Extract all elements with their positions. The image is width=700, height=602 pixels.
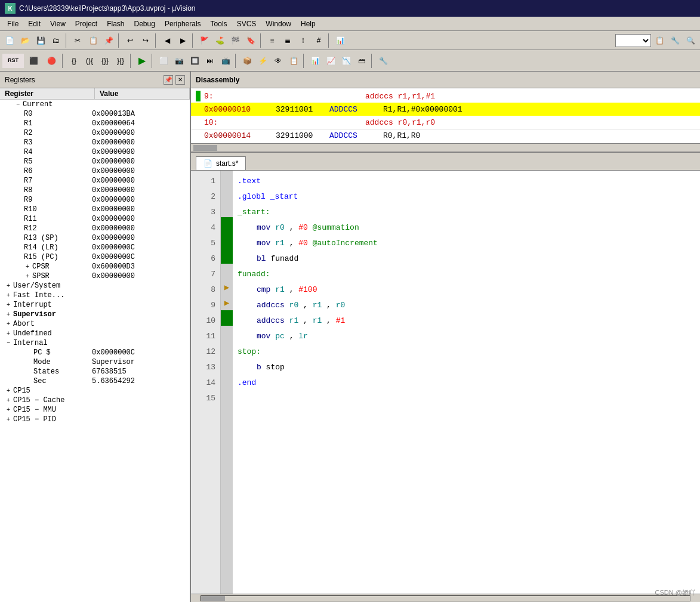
reg-group-user[interactable]: + User/System	[0, 281, 190, 291]
disasm-horizontal-scrollbar[interactable]	[191, 143, 700, 152]
reg-row-pc-dollar[interactable]: PC $ 0x0000000C	[0, 348, 190, 357]
menu-svcs[interactable]: SVCS	[232, 18, 261, 29]
tool3-button[interactable]: 📉	[339, 54, 353, 68]
scroll-thumb[interactable]	[201, 596, 225, 601]
reg-row-r3[interactable]: R3 0x00000000	[0, 138, 190, 147]
break2-button[interactable]: 🏁	[228, 33, 242, 48]
insert-break-button[interactable]: 🚩	[197, 33, 211, 48]
io-button[interactable]: ⚡	[255, 54, 270, 68]
braces2-button[interactable]: (){	[82, 54, 97, 68]
open-button[interactable]: 📂	[18, 33, 32, 48]
menu-peripherals[interactable]: Peripherals	[160, 18, 206, 29]
reg-row-r2[interactable]: R2 0x00000000	[0, 128, 190, 138]
reg-row-cpsr[interactable]: + CPSR 0x600000D3	[0, 262, 190, 271]
reg-row-r15[interactable]: R15 (PC) 0x0000000C	[0, 252, 190, 262]
reg-row-r9[interactable]: R9 0x00000000	[0, 195, 190, 205]
cut-button[interactable]: ✂	[70, 33, 85, 48]
menu-edit[interactable]: Edit	[23, 18, 45, 29]
undo-button[interactable]: ↩	[123, 33, 137, 48]
toolbar-combo[interactable]	[615, 34, 651, 47]
mem-button[interactable]: 📦	[240, 54, 254, 68]
reg-group-cp15-mmu[interactable]: + CP15 − MMU	[0, 405, 190, 415]
reg-row-r8[interactable]: R8 0x00000000	[0, 186, 190, 195]
menu-view[interactable]: View	[45, 18, 70, 29]
reg-row-states[interactable]: States 67638515	[0, 367, 190, 376]
reg-row-r11[interactable]: R11 0x00000000	[0, 214, 190, 224]
code-tab-starts[interactable]: 📄 start.s*	[196, 156, 246, 170]
reg-row-r7[interactable]: R7 0x00000000	[0, 176, 190, 186]
reg-group-irq[interactable]: + Interrupt	[0, 300, 190, 310]
reg-row-spsr[interactable]: + SPSR 0x00000000	[0, 271, 190, 281]
reg-group-internal[interactable]: − Internal	[0, 338, 190, 348]
tb-btn1[interactable]: 📋	[652, 33, 667, 48]
reg-group-fiq[interactable]: + Fast Inte...	[0, 291, 190, 300]
reg-row-r0[interactable]: R0 0x000013BA	[0, 109, 190, 119]
copy-button[interactable]: 📋	[86, 33, 100, 48]
graph-button[interactable]: 📊	[333, 33, 347, 48]
tool4-button[interactable]: 🗃	[354, 54, 369, 68]
reg-row-r6[interactable]: R6 0x00000000	[0, 166, 190, 176]
reg-row-mode[interactable]: Mode Supervisor	[0, 357, 190, 367]
reg-group-undefined[interactable]: + Undefined	[0, 329, 190, 338]
step4-button[interactable]: ⏭	[203, 54, 217, 68]
scroll-track[interactable]	[201, 595, 690, 601]
save-button[interactable]: 💾	[33, 33, 48, 48]
reg-row-r12[interactable]: R12 0x00000000	[0, 224, 190, 233]
menu-project[interactable]: Project	[70, 18, 102, 29]
step3-button[interactable]: 🔲	[187, 54, 202, 68]
step5-button[interactable]: 📺	[218, 54, 233, 68]
step2-button[interactable]: 📷	[172, 54, 186, 68]
code-lines[interactable]: .text .globl _start _start: mov r0	[233, 171, 700, 594]
back-button[interactable]: ◀	[160, 33, 174, 48]
new-file-button[interactable]: 📄	[2, 33, 17, 48]
braces1-button[interactable]: {}	[67, 54, 81, 68]
save-all-button[interactable]: 🗂	[49, 33, 63, 48]
tb-btn2[interactable]: 🔧	[668, 33, 682, 48]
reg-group-abort[interactable]: + Abort	[0, 319, 190, 329]
rst-button[interactable]: RST	[2, 54, 24, 68]
tb-btn3[interactable]: 🔍	[683, 33, 698, 48]
break3-button[interactable]: 🔖	[243, 33, 258, 48]
panel-close-button[interactable]: ✕	[175, 75, 185, 85]
tool5-button[interactable]: 🔧	[376, 54, 390, 68]
reg-group-supervisor[interactable]: + Supervisor	[0, 310, 190, 319]
reg-row-r4[interactable]: R4 0x00000000	[0, 147, 190, 157]
reg-row-r13[interactable]: R13 (SP) 0x00000000	[0, 233, 190, 243]
run-button[interactable]: ▶	[135, 54, 149, 68]
reg-group-cp15-cache[interactable]: + CP15 − Cache	[0, 396, 190, 405]
menu-window[interactable]: Window	[261, 18, 296, 29]
paste-button[interactable]: 📌	[101, 33, 116, 48]
menu-file[interactable]: File	[2, 18, 23, 29]
regs-button[interactable]: 📋	[286, 54, 301, 68]
menu-help[interactable]: Help	[296, 18, 320, 29]
debug-btn2[interactable]: 🔴	[43, 54, 60, 68]
step-button[interactable]: ⬜	[156, 54, 171, 68]
reg-row-r10[interactable]: R10 0x00000000	[0, 205, 190, 214]
reg-row-r5[interactable]: R5 0x00000000	[0, 157, 190, 166]
menu-tools[interactable]: Tools	[206, 18, 232, 29]
menu-flash[interactable]: Flash	[102, 18, 129, 29]
align4-button[interactable]: #	[312, 33, 326, 48]
align1-button[interactable]: ≡	[265, 33, 279, 48]
align3-button[interactable]: ⁞	[296, 33, 310, 48]
redo-button[interactable]: ↪	[138, 33, 153, 48]
panel-pin-button[interactable]: 📌	[164, 75, 173, 85]
reg-group-cp15[interactable]: + CP15	[0, 386, 190, 396]
menu-debug[interactable]: Debug	[129, 18, 160, 29]
tool1-button[interactable]: 📊	[308, 54, 322, 68]
reg-row-r1[interactable]: R1 0x00000064	[0, 119, 190, 128]
reg-row-r14[interactable]: R14 (LR) 0x0000000C	[0, 243, 190, 252]
tool2-button[interactable]: 📈	[323, 54, 338, 68]
horizontal-scrollbar[interactable]	[191, 594, 700, 602]
forward-button[interactable]: ▶	[175, 33, 190, 48]
align2-button[interactable]: ≣	[280, 33, 295, 48]
reg-group-cp15-pid[interactable]: + CP15 − PID	[0, 415, 190, 424]
debug-btn1[interactable]: ⬛	[25, 54, 42, 68]
braces4-button[interactable]: }{}	[113, 54, 128, 68]
reg-row-sec[interactable]: Sec 5.63654292	[0, 376, 190, 386]
braces3-button[interactable]: {}}	[98, 54, 112, 68]
break1-button[interactable]: ⛳	[212, 33, 227, 48]
reg-group-current[interactable]: − Current	[0, 100, 190, 109]
disasm-scroll-thumb[interactable]	[193, 145, 217, 151]
watch-button[interactable]: 👁	[271, 54, 285, 68]
